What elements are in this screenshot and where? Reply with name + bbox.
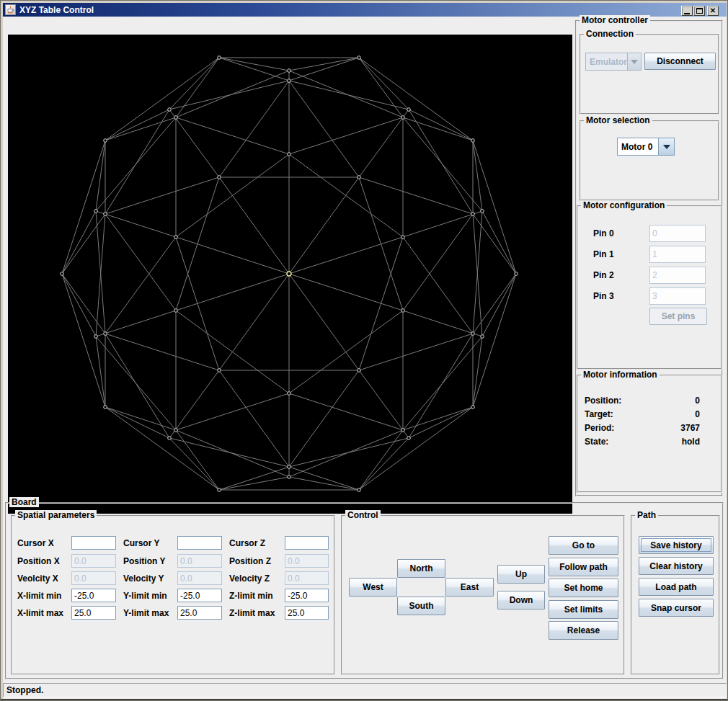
spatial-field-y-limit-max[interactable] [177, 606, 222, 620]
info-value-period: 3767 [621, 423, 700, 433]
spatial-field-y-limit-min[interactable] [177, 589, 222, 602]
wireframe-edge [289, 154, 403, 237]
spatial-label-z-limit-max: Z-limit max [229, 608, 275, 618]
wireframe-edge [289, 58, 359, 81]
group-motor-selection: Motor selection Motor 0 [580, 120, 719, 201]
down-button[interactable]: Down [497, 591, 545, 610]
west-button[interactable]: West [349, 578, 397, 597]
device-combobox[interactable]: Emulator [585, 53, 642, 71]
spatial-label-velocity-z: Velocity Z [229, 573, 270, 584]
spatial-field-cursor-y[interactable] [177, 536, 222, 550]
status-bar: Stopped. [3, 683, 727, 697]
wireframe-edge [105, 177, 219, 214]
wireframe-edge [473, 336, 482, 407]
wireframe-edge [359, 110, 409, 177]
xyz-table-canvas[interactable] [8, 35, 572, 514]
spatial-field-position-x[interactable] [71, 554, 116, 568]
spatial-label-cursor-y: Cursor Y [123, 538, 159, 548]
maximize-button[interactable] [693, 6, 705, 16]
wireframe-edge [219, 274, 289, 370]
wireframe-edge [289, 177, 359, 274]
wireframe-edge [176, 237, 219, 370]
set-pins-button[interactable]: Set pins [649, 308, 707, 325]
chevron-down-icon [663, 145, 670, 149]
up-button[interactable]: Up [497, 565, 545, 584]
wireframe-edge [359, 58, 473, 140]
east-button[interactable]: East [445, 578, 494, 597]
group-motor-configuration: Motor configuration Set pins Pin 0Pin 1P… [577, 205, 722, 370]
pin-2-field[interactable] [649, 267, 706, 284]
pin-label-2: Pin 2 [593, 270, 614, 280]
wireframe-edge [62, 274, 105, 334]
path-button-clear-history[interactable]: Clear history [639, 557, 714, 575]
spatial-label-position-x: Position X [17, 556, 60, 566]
window-title: XYZ Table Control [19, 5, 94, 15]
path-button-load-path[interactable]: Load path [639, 578, 714, 596]
pin-0-field[interactable] [649, 225, 706, 242]
spatial-field-x-limit-max[interactable] [71, 606, 116, 620]
spatial-label-veolcity-x: Veolcity X [17, 573, 58, 584]
wireframe-edge [473, 274, 516, 334]
pin-1-field[interactable] [649, 246, 706, 263]
spatial-label-position-z: Position Z [229, 556, 271, 566]
spatial-field-cursor-z[interactable] [285, 536, 329, 550]
wireframe-vertex [104, 406, 107, 409]
wireframe-edge [359, 334, 473, 370]
spatial-field-cursor-x[interactable] [71, 536, 116, 550]
wireframe-vertex [401, 236, 405, 239]
wireframe-edge [169, 438, 219, 490]
wireframe-vertex [481, 335, 484, 339]
path-button-snap-cursor[interactable]: Snap cursor [639, 599, 714, 617]
south-button[interactable]: South [397, 597, 445, 615]
action-button-set-limits[interactable]: Set limits [549, 600, 618, 619]
action-button-go-to[interactable]: Go to [549, 536, 618, 555]
wireframe-vertex [288, 79, 291, 83]
wireframe-edge [105, 334, 219, 370]
spatial-field-z-limit-min[interactable] [285, 589, 329, 602]
wireframe-edge [96, 117, 176, 211]
info-label-period: Period: [585, 423, 614, 433]
motor-combobox[interactable]: Motor 0 [617, 138, 675, 156]
group-title-motor-information: Motor information [581, 370, 660, 380]
spatial-field-z-limit-max[interactable] [285, 606, 329, 620]
close-button[interactable]: ✕ [707, 6, 719, 16]
wireframe-edge [359, 407, 473, 490]
wireframe-vertex [515, 272, 518, 276]
wireframe-edge [169, 58, 219, 110]
minimize-button[interactable] [681, 6, 693, 16]
app-window: XYZ Table Control ✕ Motor controller Con… [0, 0, 728, 701]
wireframe-edge [105, 407, 219, 490]
wireframe-edge [219, 477, 289, 490]
action-button-release[interactable]: Release [549, 621, 618, 640]
spatial-label-x-limit-min: X-limit min [17, 591, 61, 601]
action-button-follow-path[interactable]: Follow path [549, 558, 618, 576]
group-connection: Connection Emulator Disconnect [580, 34, 719, 115]
info-label-state: State: [585, 437, 608, 447]
wireframe-edge [105, 237, 176, 334]
spatial-field-velocity-y[interactable] [177, 571, 222, 585]
disconnect-button[interactable]: Disconnect [644, 53, 716, 70]
wireframe-edge [359, 438, 409, 490]
spatial-field-x-limit-min[interactable] [71, 589, 116, 602]
info-value-target: 0 [621, 409, 700, 419]
spatial-field-velocity-z[interactable] [285, 571, 329, 585]
north-button[interactable]: North [397, 559, 445, 578]
wireframe-vertex [94, 335, 98, 339]
group-title-motor-controller: Motor controller [580, 15, 650, 25]
wireframe-edge [359, 177, 473, 214]
path-button-save-history[interactable]: Save history [639, 536, 714, 554]
wireframe-vertex [358, 56, 361, 60]
spatial-field-position-y[interactable] [177, 554, 222, 568]
pin-3-field[interactable] [649, 287, 706, 305]
wireframe-edge [105, 214, 176, 311]
spatial-field-veolcity-x[interactable] [71, 571, 116, 585]
wireframe-vertex [401, 309, 405, 313]
java-app-icon [5, 4, 16, 15]
spatial-field-position-z[interactable] [285, 554, 329, 568]
wireframe-edge [289, 477, 359, 490]
wireframe-vertex [358, 176, 361, 179]
close-icon: ✕ [710, 7, 716, 14]
action-button-set-home[interactable]: Set home [549, 579, 618, 597]
pin-label-0: Pin 0 [593, 228, 614, 238]
wireframe-sphere [8, 35, 572, 514]
